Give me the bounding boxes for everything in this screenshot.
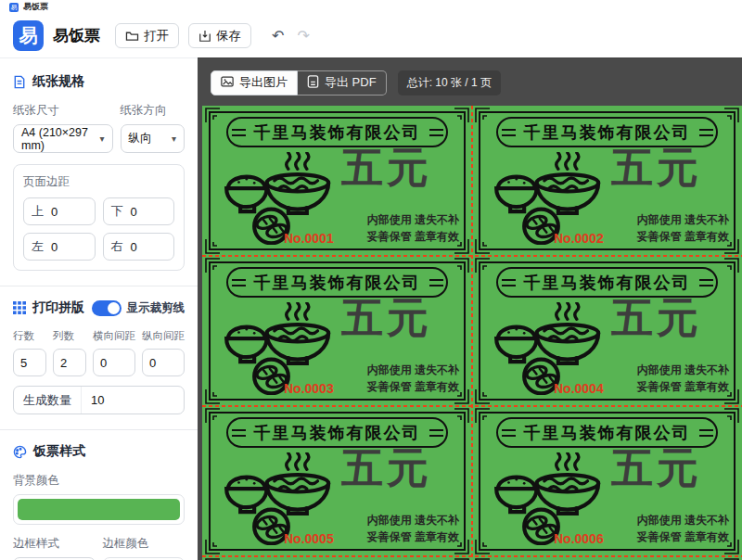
app-logo: 易 <box>13 20 44 51</box>
ticket-notes: 内部使用 遗失不补 妥善保管 盖章有效 <box>637 211 729 246</box>
crop-line-horizontal <box>202 255 742 257</box>
denomination: 五元 <box>586 447 727 489</box>
border-style-label: 边框样式 <box>13 536 96 552</box>
company-name: 千里马装饰有限公司 <box>524 422 691 444</box>
redo-icon[interactable]: ↷ <box>297 27 309 45</box>
banner-curl <box>502 129 516 136</box>
settings-sidebar: 纸张规格 纸张尺寸 A4 (210×297 mm) ▾ 纸张方向 纵向 ▾ 页面… <box>0 57 198 560</box>
corner-ornament-icon <box>723 108 739 123</box>
export-pdf-button[interactable]: 导出 PDF <box>298 70 387 95</box>
show-cutlines-label: 显示裁剪线 <box>127 300 186 316</box>
open-button-label: 打开 <box>144 28 169 45</box>
vgap-input[interactable]: 0 <box>142 349 185 376</box>
page-preview: 千里马装饰有限公司 五元 <box>202 106 742 560</box>
banner-curl <box>232 129 246 136</box>
page-margins-label: 页面边距 <box>23 174 174 190</box>
crop-line-vertical <box>471 106 473 560</box>
bg-color-swatch <box>18 499 180 520</box>
company-name: 千里马装饰有限公司 <box>524 272 691 294</box>
serial-number: No.0005 <box>284 531 334 546</box>
app-title: 易饭票 <box>53 25 100 46</box>
show-cutlines-toggle[interactable] <box>92 300 122 316</box>
total-badge: 总计: 10 张 / 1 页 <box>398 70 501 95</box>
page-margins-group: 页面边距 上 0 下 0 左 0 右 0 <box>13 164 185 271</box>
serial-number: No.0001 <box>284 231 334 246</box>
meal-ticket: 千里马装饰有限公司 五元 <box>202 256 472 406</box>
paper-orientation-select[interactable]: 纵向 ▾ <box>121 124 185 153</box>
corner-ornament-icon <box>475 108 491 123</box>
margin-bottom-input[interactable]: 下 0 <box>103 197 175 225</box>
margin-top-input[interactable]: 上 0 <box>23 197 96 225</box>
margin-left-input[interactable]: 左 0 <box>23 233 96 261</box>
corner-ornament-icon <box>454 258 469 274</box>
meal-ticket: 千里马装饰有限公司 五元 <box>202 106 472 256</box>
grid-icon <box>13 301 26 314</box>
chevron-down-icon: ▾ <box>100 134 105 144</box>
note-line-1: 内部使用 遗失不补 <box>637 211 729 229</box>
denomination: 五元 <box>316 447 457 489</box>
paper-size-label: 纸张尺寸 <box>13 103 113 119</box>
image-icon <box>221 76 234 90</box>
crop-line-horizontal <box>202 555 742 557</box>
banner-curl <box>429 279 443 286</box>
cols-input[interactable]: 2 <box>53 349 86 376</box>
open-button[interactable]: 打开 <box>115 23 179 48</box>
save-button[interactable]: 保存 <box>188 23 251 48</box>
ticket-notes: 内部使用 遗失不补 妥善保管 盖章有效 <box>367 211 459 246</box>
corner-ornament-icon <box>205 258 221 274</box>
palette-icon <box>13 445 27 459</box>
note-line-1: 内部使用 遗失不补 <box>637 512 729 529</box>
rows-input[interactable]: 5 <box>13 349 46 376</box>
note-line-2: 妥善保管 盖章有效 <box>637 228 729 246</box>
border-color-label: 边框颜色 <box>103 536 186 552</box>
quantity-input[interactable]: 生成数量 10 <box>13 386 185 414</box>
note-line-2: 妥善保管 盖章有效 <box>367 228 459 246</box>
crop-line-horizontal <box>202 405 742 407</box>
note-line-2: 妥善保管 盖章有效 <box>637 528 729 546</box>
banner-curl <box>429 429 443 437</box>
pdf-icon <box>307 75 319 91</box>
denomination: 五元 <box>586 146 727 188</box>
company-name: 千里马装饰有限公司 <box>254 121 421 144</box>
export-image-label: 导出图片 <box>239 74 288 91</box>
banner-curl <box>232 279 246 286</box>
banner-curl <box>502 279 516 286</box>
section-imposition-title: 打印拼版 显示裁剪线 <box>13 299 185 316</box>
corner-ornament-icon <box>454 108 469 123</box>
section-style-title: 饭票样式 <box>13 443 185 460</box>
denomination: 五元 <box>316 146 457 188</box>
hgap-input[interactable]: 0 <box>93 349 135 376</box>
save-button-label: 保存 <box>216 28 241 45</box>
note-line-1: 内部使用 遗失不补 <box>637 362 729 379</box>
serial-number: No.0006 <box>554 531 604 546</box>
banner-curl <box>699 129 713 136</box>
note-line-1: 内部使用 遗失不补 <box>367 512 459 529</box>
section-paper-title: 纸张规格 <box>13 73 185 90</box>
banner-curl <box>699 429 713 437</box>
meal-ticket: 千里马装饰有限公司 五元 <box>472 256 742 406</box>
company-name: 千里马装饰有限公司 <box>524 121 691 144</box>
ticket-notes: 内部使用 遗失不补 妥善保管 盖章有效 <box>637 512 729 546</box>
banner-curl <box>232 429 246 437</box>
margin-right-input[interactable]: 右 0 <box>103 233 175 261</box>
denomination: 五元 <box>316 297 457 338</box>
tab-title: 易饭票 <box>23 1 48 13</box>
browser-tab[interactable]: 易 易饭票 <box>0 0 742 14</box>
corner-ornament-icon <box>723 408 739 424</box>
note-line-1: 内部使用 遗失不补 <box>367 362 459 379</box>
export-image-button[interactable]: 导出图片 <box>211 70 298 95</box>
company-name: 千里马装饰有限公司 <box>254 272 421 294</box>
note-line-2: 妥善保管 盖章有效 <box>367 378 459 396</box>
paper-size-select[interactable]: A4 (210×297 mm) ▾ <box>13 124 113 153</box>
banner-curl <box>699 279 713 286</box>
note-line-1: 内部使用 遗失不补 <box>367 211 459 229</box>
corner-ornament-icon <box>723 258 739 274</box>
bg-color-picker[interactable] <box>13 494 185 525</box>
meal-ticket: 千里马装饰有限公司 五元 <box>472 406 742 556</box>
corner-ornament-icon <box>205 108 221 123</box>
ticket-notes: 内部使用 遗失不补 妥善保管 盖章有效 <box>637 362 729 396</box>
serial-number: No.0002 <box>554 231 604 246</box>
undo-icon[interactable]: ↶ <box>272 27 284 45</box>
denomination: 五元 <box>586 297 727 338</box>
corner-ornament-icon <box>475 258 491 274</box>
